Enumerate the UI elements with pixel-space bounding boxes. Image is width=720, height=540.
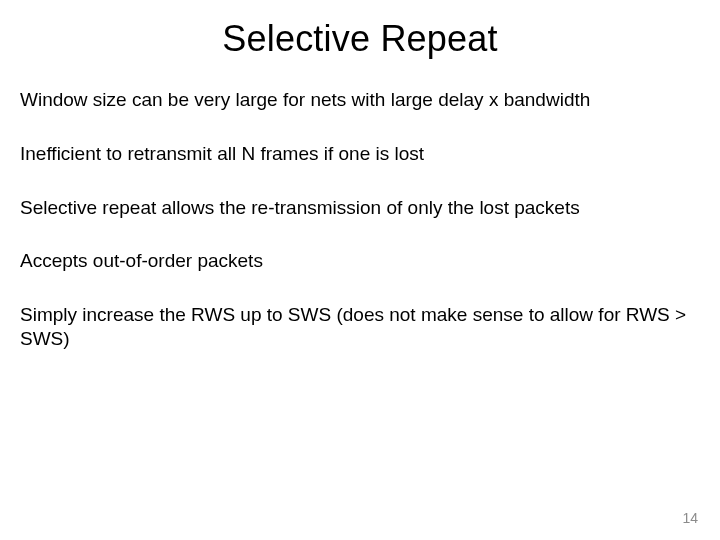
paragraph-5: Simply increase the RWS up to SWS (does … (20, 303, 700, 351)
paragraph-1: Window size can be very large for nets w… (20, 88, 700, 112)
paragraph-2: Inefficient to retransmit all N frames i… (20, 142, 700, 166)
paragraph-4: Accepts out-of-order packets (20, 249, 700, 273)
page-number: 14 (682, 510, 698, 526)
paragraph-3: Selective repeat allows the re-transmiss… (20, 196, 700, 220)
slide-title: Selective Repeat (20, 18, 700, 60)
